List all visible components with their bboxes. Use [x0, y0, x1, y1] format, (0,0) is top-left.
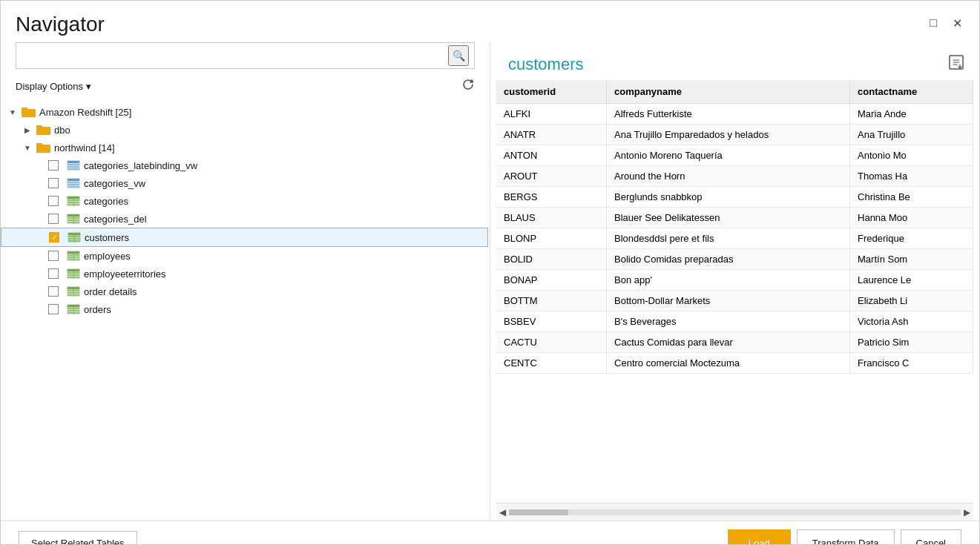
tree-item-customers[interactable]: ▶ ✓ customers [1, 228, 488, 247]
svg-rect-13 [68, 182, 79, 183]
svg-rect-72 [68, 294, 73, 296]
svg-rect-23 [73, 204, 79, 205]
tree-item-categories-vw[interactable]: ▶ categories_vw [1, 174, 488, 192]
left-panel: 🔍 Display Options ▾ ▼ [1, 42, 490, 521]
table-cell: Patricio Sim [850, 332, 973, 353]
tree-label-orders: orders [84, 304, 111, 315]
svg-rect-77 [68, 305, 79, 307]
svg-rect-9 [68, 166, 79, 168]
tree-item-employees[interactable]: ▶ employees [1, 247, 488, 265]
table-cell: BLONP [496, 228, 607, 249]
checkbox-categories-latebinding-vw[interactable] [48, 160, 59, 171]
checkbox-order-details[interactable] [48, 286, 59, 297]
col-header-contactname: contactname [850, 80, 973, 104]
cancel-button[interactable]: Cancel [901, 529, 961, 545]
table-cell: ALFKI [496, 104, 607, 125]
export-button[interactable] [948, 54, 964, 74]
table-icon-order-details [66, 285, 81, 297]
table-cell: Berglunds snabbkop [607, 187, 850, 208]
svg-rect-83 [73, 312, 79, 314]
scroll-thumb [509, 509, 568, 515]
chevron-down-icon: ▾ [86, 81, 91, 92]
table-cell: ANTON [496, 145, 607, 166]
close-button[interactable]: ✕ [950, 16, 964, 30]
table-icon-employeeterritories [66, 268, 81, 280]
search-input[interactable] [16, 42, 475, 69]
table-cell: BONAP [496, 270, 607, 291]
table-cell: Alfreds Futterkiste [607, 104, 850, 125]
table-cell: Christina Be [850, 187, 973, 208]
display-options-button[interactable]: Display Options ▾ [16, 81, 91, 92]
search-button[interactable]: 🔍 [448, 45, 469, 66]
select-related-button[interactable]: Select Related Tables [19, 531, 137, 545]
refresh-button[interactable] [461, 78, 475, 94]
table-row: BONAPBon app'Laurence Le [496, 270, 973, 291]
table-cell: Hanna Moo [850, 208, 973, 228]
table-cell: CENTC [496, 353, 607, 374]
svg-rect-43 [74, 240, 80, 242]
svg-rect-20 [68, 202, 73, 203]
checkbox-categories-del[interactable] [48, 214, 59, 224]
checkbox-employees[interactable] [48, 251, 59, 261]
svg-rect-30 [68, 219, 73, 221]
data-table-scroll[interactable]: customerid companyname contactname ALFKI… [496, 80, 973, 503]
checkbox-orders[interactable] [48, 304, 59, 314]
table-row: BLONPBlondesddsl pere et filsFrederique [496, 228, 973, 249]
folder-icon-dbo [36, 124, 51, 136]
table-cell: Centro comercial Moctezuma [607, 353, 850, 374]
window-controls: □ ✕ [926, 13, 964, 30]
tree-item-categories-latebinding-vw[interactable]: ▶ categories_latebinding_vw [1, 156, 488, 174]
tree-item-categories[interactable]: ▶ categories [1, 192, 488, 210]
table-cell: BLAUS [496, 208, 607, 228]
table-cell: Cactus Comidas para llevar [607, 332, 850, 353]
table-cell: Martín Som [850, 249, 973, 270]
table-cell: BERGS [496, 187, 607, 208]
svg-rect-53 [73, 259, 79, 260]
svg-rect-5 [36, 143, 42, 146]
tree-item-order-details[interactable]: ▶ order details [1, 283, 488, 300]
table-cell: Antonio Mo [850, 145, 973, 166]
table-cell: Laurence Le [850, 270, 973, 291]
load-button[interactable]: Load [728, 529, 791, 545]
checkbox-employeeterritories[interactable] [48, 268, 59, 279]
maximize-button[interactable]: □ [926, 16, 941, 30]
table-cell: Bon app' [607, 270, 850, 291]
checkbox-categories[interactable] [48, 196, 59, 206]
tree-scroll[interactable]: ▼ Amazon Redshift [25] ▶ dbo ▼ [1, 103, 490, 518]
svg-rect-40 [68, 238, 73, 240]
table-row: ANTONAntonio Moreno TaqueríaAntonio Mo [496, 145, 973, 166]
display-options-label: Display Options [16, 81, 83, 92]
table-cell: Antonio Moreno Taquería [607, 145, 850, 166]
tree-item-dbo[interactable]: ▶ dbo [1, 121, 488, 139]
table-icon-employees [66, 250, 81, 262]
horizontal-scrollbar: ◀ ▶ [496, 503, 973, 521]
svg-rect-14 [68, 184, 79, 185]
svg-rect-63 [73, 277, 79, 278]
table-row: BOLIDBolido Comidas preparadasMartín Som [496, 249, 973, 270]
svg-rect-31 [73, 219, 79, 221]
checkbox-customers[interactable]: ✓ [49, 232, 59, 242]
table-cell: Ana Trujillo [850, 125, 973, 145]
tree-item-employeeterritories[interactable]: ▶ employeeterritories [1, 265, 488, 283]
scroll-left-button[interactable]: ◀ [499, 507, 506, 518]
tree-item-northwind[interactable]: ▼ northwind [14] [1, 139, 488, 156]
tree-item-orders[interactable]: ▶ orders [1, 300, 488, 318]
view-icon-categories-latebinding-vw [66, 159, 81, 171]
title-bar: Navigator □ ✕ [1, 1, 979, 42]
svg-rect-32 [68, 222, 73, 223]
tree-item-categories-del[interactable]: ▶ categories_del [1, 210, 488, 228]
svg-rect-58 [68, 272, 73, 274]
tree-item-amazon[interactable]: ▼ Amazon Redshift [25] [1, 103, 488, 121]
tree-label-categories-latebinding-vw: categories_latebinding_vw [84, 160, 197, 171]
svg-rect-68 [68, 290, 73, 291]
page-title: Navigator [16, 13, 105, 36]
tree-label-dbo: dbo [54, 125, 70, 136]
transform-button[interactable]: Transform Data [797, 529, 895, 545]
table-cell: Blauer See Delikatessen [607, 208, 850, 228]
scroll-right-button[interactable]: ▶ [964, 507, 970, 518]
table-cell: AROUT [496, 166, 607, 187]
table-cell: BOTTM [496, 291, 607, 311]
svg-rect-78 [68, 308, 73, 309]
svg-rect-41 [74, 238, 80, 240]
checkbox-categories-vw[interactable] [48, 178, 59, 188]
